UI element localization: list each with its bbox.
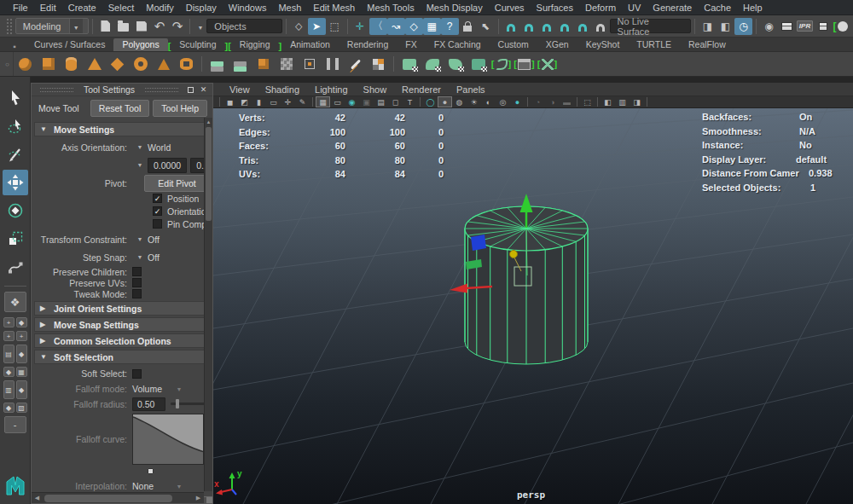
shelf-tab-keyshot[interactable]: KeyShot [577,38,629,51]
use-all-lights-icon[interactable]: ☀ [467,96,481,107]
shelf-tab-realflow[interactable]: RealFlow [680,38,734,51]
menu-mesh[interactable]: Mesh [272,3,307,13]
output-connections-icon[interactable]: ◧ [717,18,734,35]
viewport-menu-lighting[interactable]: Lighting [307,84,356,95]
poly-plane-icon[interactable] [106,54,129,75]
mask-handles-icon[interactable]: ✛ [351,18,369,35]
rotate-tool-button[interactable] [3,198,28,223]
menu-select[interactable]: Select [102,3,141,13]
position-checkbox[interactable] [153,194,162,203]
float-panel-icon[interactable] [185,84,196,95]
option-menu-icon[interactable] [132,162,148,168]
poly-torus-icon[interactable] [129,54,152,75]
scale-tool-button[interactable] [3,226,28,252]
gate-mask-icon[interactable]: ▣ [359,96,374,107]
isolate-select-icon[interactable]: ⬚ [580,96,595,107]
highlight-selection-icon[interactable]: ⬉ [477,18,495,35]
camera-attributes-icon[interactable]: ◩ [237,96,252,107]
open-scene-icon[interactable] [114,18,132,35]
lasso-tool-button[interactable] [3,113,28,139]
soft-select-checkbox[interactable] [132,369,142,379]
layout-two-pane-button[interactable]: + [3,331,15,341]
paint-select-tool-button[interactable] [3,142,28,167]
uv-path-unfold-icon[interactable] [490,54,513,75]
shelf-tab-xgen[interactable]: XGen [537,38,577,51]
undo-icon[interactable]: ↶ [150,18,168,35]
tool-help-button[interactable]: Tool Help [153,100,207,117]
menu-help[interactable]: Help [737,3,769,13]
move-snap-settings-header[interactable]: Move Snap Settings [34,317,210,332]
bookmark-icon[interactable]: ▮ [252,96,266,107]
layout-four-view-button[interactable]: ❖ [4,292,26,312]
layout-outliner-persp-button[interactable]: ▤ [3,345,15,363]
shaded-display-icon[interactable]: ● [438,96,452,107]
shelf-tab-fx-caching[interactable]: FX Caching [426,38,490,51]
layout-persp-uv-button[interactable]: ◆ [16,380,27,399]
separate-icon[interactable] [229,54,252,75]
objects-filter-field[interactable]: Objects [206,19,281,33]
select-hierarchy-icon[interactable]: ⬦ [290,18,308,35]
option-menu-icon[interactable] [171,484,187,490]
select-tool-button[interactable] [3,85,28,111]
menu-create[interactable]: Create [62,3,102,13]
scroll-left-icon[interactable]: ◀ [32,495,43,501]
snap-point-icon[interactable] [538,18,556,35]
motion-blur-icon[interactable]: ● [510,96,525,107]
resolution-gate-icon[interactable]: ◉ [345,96,359,107]
layout-persp-outliner-button[interactable]: ◆ [16,317,27,327]
pane-layout-outliner-icon[interactable]: ◨ [630,96,644,107]
uv-editor-icon[interactable] [513,54,536,75]
falloff-mode-value[interactable]: Volume [132,384,171,394]
menu-display[interactable]: Display [180,3,223,13]
option-menu-icon[interactable] [132,236,148,242]
scrollbar-thumb[interactable] [206,127,212,221]
menu-cache[interactable]: Cache [698,3,737,13]
vertical-scrollbar[interactable]: ▲ [204,118,212,491]
two-d-pan-zoom-icon[interactable]: ✛ [281,96,295,107]
edit-mesh-node-icon[interactable] [298,54,321,75]
interpolation-value[interactable]: None [132,481,171,491]
shelf-tab-curves-surfaces[interactable]: Curves / Surfaces [26,38,113,51]
snap-grid-icon[interactable] [502,18,520,35]
screen-space-ao-icon[interactable]: ◎ [496,96,510,107]
wireframe-display-icon[interactable]: ◯ [423,96,438,107]
textured-display-icon[interactable]: ◍ [452,96,467,107]
uv-contour-stretch-icon[interactable] [444,54,467,75]
target-weld-icon[interactable] [367,54,390,75]
film-gate-icon[interactable]: ▭ [330,96,345,107]
slider-thumb[interactable] [176,399,179,408]
manipulator-yellow-handle[interactable] [510,251,518,258]
snap-curve-icon[interactable] [520,18,538,35]
chevron-down-icon[interactable] [197,21,203,32]
menu-surfaces[interactable]: Surfaces [531,3,579,13]
close-panel-icon[interactable]: ✕ [198,84,209,95]
uv-automatic-icon[interactable] [421,54,444,75]
combine-icon[interactable] [206,54,229,75]
layout-two-stacked-button[interactable]: + [16,331,27,341]
layout-persp-graph-button[interactable]: ◆ [3,367,15,377]
grease-pencil-icon[interactable]: ✎ [295,96,310,107]
shelf-tab-animation[interactable]: Animation [281,38,339,51]
exposure-icon[interactable]: ◔ [531,96,545,107]
mask-curves-icon[interactable]: ↝ [387,18,405,35]
live-surface-field[interactable]: No Live Surface [610,19,691,33]
reset-tool-button[interactable]: Reset Tool [90,100,149,117]
z-plane-handle[interactable] [471,235,486,251]
soft-selection-header[interactable]: Soft Selection [34,350,210,364]
poly-cube-icon[interactable] [37,54,60,75]
menu-file[interactable]: File [7,3,34,13]
menu-edit[interactable]: Edit [34,3,62,13]
image-plane-icon[interactable]: ▭ [266,96,281,107]
layout-single-persp-button[interactable]: + [3,317,15,327]
safe-action-icon[interactable]: ◻ [388,96,403,107]
redo-icon[interactable]: ↷ [168,18,186,35]
scroll-right-icon[interactable]: ▶ [193,495,204,501]
menuset-dropdown[interactable]: Modeling [15,18,90,34]
scroll-up-icon[interactable]: ▲ [205,118,212,126]
make-live-icon[interactable] [592,18,610,35]
field-chart-icon[interactable]: ▤ [374,96,388,107]
shelf-tab-rendering[interactable]: Rendering [339,38,397,51]
select-object-icon[interactable]: ➤ [308,18,326,35]
menu-mesh-tools[interactable]: Mesh Tools [361,3,420,13]
select-camera-icon[interactable]: ◼ [223,96,237,107]
